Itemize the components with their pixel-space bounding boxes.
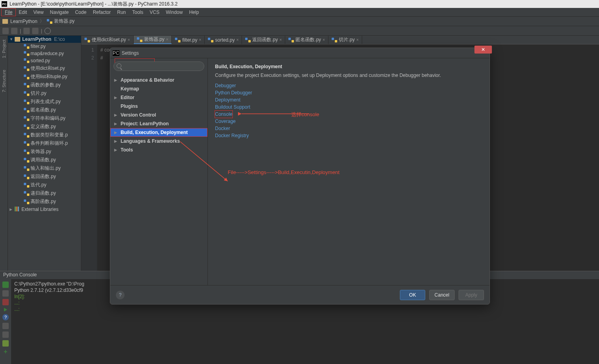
tree-file[interactable]: 数据类型和变量.p [8, 131, 81, 139]
tree-file[interactable]: 输入和输出.py [8, 164, 81, 172]
settings-search-input[interactable] [113, 61, 204, 71]
dialog-footer: ? OK Cancel Apply [110, 285, 490, 304]
expand-arrow-icon[interactable]: ▼ [10, 37, 13, 41]
menu-help[interactable]: Help [186, 9, 202, 16]
tree-file[interactable]: 列表生成式.py [8, 98, 81, 106]
tree-file[interactable]: 字符串和编码.py [8, 114, 81, 123]
settings-category[interactable]: ▶Project: LearnPython [110, 119, 207, 128]
tree-file[interactable]: map&reduce.py [8, 50, 81, 57]
editor-tab[interactable]: 使用dict和set.py× [81, 36, 134, 44]
ok-button[interactable]: OK [400, 290, 425, 300]
settings-category[interactable]: ▶Version Control [110, 111, 207, 119]
help-button[interactable]: ? [116, 291, 125, 299]
help-icon[interactable]: ? [2, 314, 9, 320]
cancel-button[interactable]: Cancel [429, 290, 455, 300]
close-icon[interactable]: × [166, 37, 169, 42]
settings-category[interactable]: ▶Appearance & Behavior [110, 76, 207, 84]
menu-edit[interactable]: Edit [15, 9, 30, 16]
tree-file[interactable]: 返回函数.py [8, 172, 81, 181]
settings-category[interactable]: ▶Tools [110, 146, 207, 154]
close-button[interactable]: ✕ [474, 46, 492, 54]
editor-tab[interactable]: sorted.py× [205, 36, 242, 44]
menu-tools[interactable]: Tools [129, 9, 146, 16]
gear-icon[interactable] [44, 28, 51, 34]
settings-link[interactable]: Coverage [215, 118, 482, 125]
tree-file[interactable]: sorted.py [8, 57, 81, 64]
python-file-icon [24, 157, 29, 163]
toolbar-icon[interactable] [23, 28, 30, 34]
search-icon [117, 63, 121, 68]
menu-code[interactable]: Code [72, 9, 90, 16]
close-icon[interactable]: × [356, 38, 359, 42]
breadcrumb-file[interactable]: 装饰器.py [54, 18, 75, 25]
dialog-titlebar[interactable]: PC Settings ✕ [110, 48, 490, 58]
editor-tab[interactable]: 装饰器.py× [134, 36, 172, 44]
tree-file[interactable]: 切片.py [8, 89, 81, 98]
settings-link[interactable]: Docker Registry [215, 132, 482, 139]
tree-file[interactable]: 使用dict和set.py [8, 64, 81, 73]
tree-file[interactable]: 函数的参数.py [8, 81, 81, 89]
menu-vcs[interactable]: VCS [146, 9, 163, 16]
structure-tool-button[interactable]: 7: Structure [2, 70, 6, 92]
bug-icon[interactable] [2, 340, 9, 347]
tree-file[interactable]: 递归函数.py [8, 189, 81, 197]
toolbar-icon[interactable] [11, 28, 17, 34]
tree-file[interactable]: 使用list和tuple.py [8, 73, 81, 81]
tree-file[interactable]: filter.py [8, 43, 81, 50]
settings-link[interactable]: Buildout Support [215, 103, 482, 111]
editor-tab[interactable]: filter.py× [172, 36, 205, 44]
expand-arrow-icon[interactable]: ▶ [10, 207, 13, 211]
tree-file[interactable]: 迭代.py [8, 181, 81, 189]
tree-file[interactable]: 高阶函数.py [8, 197, 81, 206]
close-icon[interactable]: × [199, 38, 201, 42]
menu-navigate[interactable]: Navigate [47, 9, 72, 16]
settings-link[interactable]: Docker [215, 125, 482, 132]
project-tool-button[interactable]: 1: Project [2, 40, 6, 58]
toolbar-icon[interactable] [32, 28, 38, 34]
settings-category[interactable]: Plugins [110, 102, 207, 111]
close-icon[interactable]: × [128, 38, 130, 42]
tree-file[interactable]: 条件判断和循环.p [8, 139, 81, 148]
menu-window[interactable]: Window [163, 9, 186, 16]
settings-icon[interactable] [2, 331, 9, 338]
tree-file[interactable]: 调用函数.py [8, 156, 81, 164]
close-icon[interactable]: × [323, 38, 325, 42]
menu-refactor[interactable]: Refactor [90, 9, 114, 16]
settings-link[interactable]: Python Debugger [215, 89, 482, 96]
menu-file[interactable]: File [2, 9, 15, 16]
toolbar-icon[interactable] [2, 28, 9, 34]
settings-link[interactable]: Debugger [215, 82, 482, 89]
editor-tab[interactable]: 返回函数.py× [242, 36, 285, 44]
tree-file[interactable]: 定义函数.py [8, 123, 81, 131]
settings-link[interactable]: Deployment [215, 96, 482, 103]
editor-tab[interactable]: 匿名函数.py× [285, 36, 328, 44]
debug-icon[interactable] [2, 323, 9, 329]
external-libraries[interactable]: ▶ External Libraries [8, 206, 81, 213]
settings-category[interactable]: ▶Languages & Frameworks [110, 137, 207, 146]
close-icon[interactable] [2, 299, 9, 305]
rerun-icon[interactable] [2, 282, 9, 288]
pycharm-icon: PC [2, 1, 7, 7]
python-file-icon [24, 182, 29, 188]
stop-icon[interactable] [2, 290, 9, 297]
play-icon[interactable] [4, 308, 7, 312]
tree-file[interactable]: 装饰器.py [8, 148, 81, 156]
project-tree[interactable]: ▼ LearnPython E:\co filter.pymap&reduce.… [8, 36, 81, 271]
menu-view[interactable]: View [30, 9, 47, 16]
settings-category[interactable]: ▶Build, Execution, Deployment [110, 128, 207, 137]
settings-link[interactable]: Console [215, 111, 232, 118]
close-icon[interactable]: × [236, 38, 239, 42]
tree-file[interactable]: 匿名函数.py [8, 106, 81, 114]
settings-category[interactable]: Keymap [110, 84, 207, 93]
close-icon[interactable]: × [279, 38, 282, 42]
annotation-text: File----->Settings----->Build,Executin,D… [228, 169, 340, 175]
add-icon[interactable]: + [2, 349, 9, 355]
menu-run[interactable]: Run [114, 9, 129, 16]
settings-category[interactable]: ▶Editor [110, 93, 207, 102]
tree-file-label: 字符串和编码.py [31, 115, 65, 122]
editor-tab[interactable]: 切片.py× [328, 36, 362, 44]
breadcrumb-project[interactable]: LearnPython [10, 19, 37, 24]
external-libraries-label: External Libraries [21, 207, 58, 212]
project-root[interactable]: ▼ LearnPython E:\co [8, 36, 81, 43]
apply-button[interactable]: Apply [459, 290, 484, 300]
